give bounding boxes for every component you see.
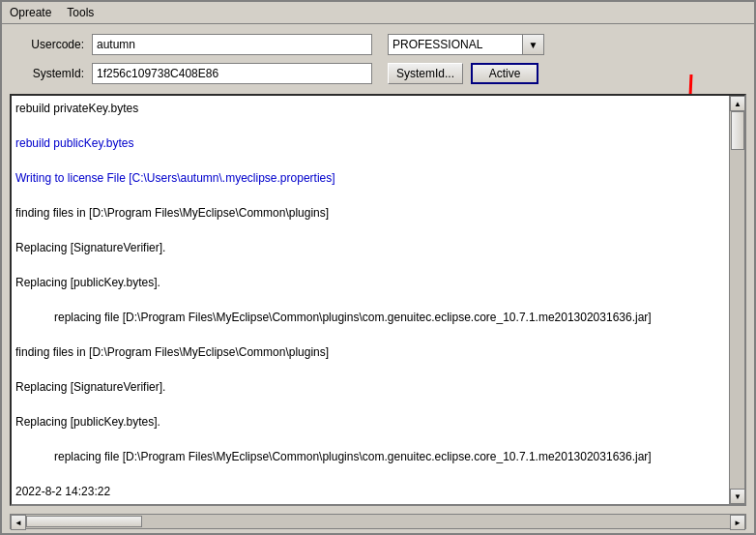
log-line: replacing file [D:\Program Files\MyEclip… bbox=[15, 309, 725, 326]
vertical-scrollbar[interactable]: ▲ ▼ bbox=[729, 96, 744, 504]
dropdown-container: PROFESSIONAL STANDARD ENTERPRISE ▼ bbox=[388, 34, 544, 55]
menu-tools[interactable]: Tools bbox=[63, 4, 98, 21]
horizontal-scrollbar[interactable]: ◄ ► bbox=[10, 514, 746, 529]
scroll-track[interactable] bbox=[730, 111, 744, 489]
usercode-input[interactable] bbox=[92, 34, 372, 55]
log-line: Replacing [SignatureVerifier]. bbox=[15, 378, 725, 396]
systemid-input[interactable] bbox=[92, 63, 372, 84]
log-line: rebuild privateKey.bytes bbox=[15, 100, 725, 117]
scroll-left-btn[interactable]: ◄ bbox=[11, 515, 26, 530]
log-line: 2022-8-2 14:23:22 bbox=[15, 483, 725, 500]
hscroll-thumb[interactable] bbox=[26, 516, 142, 527]
scroll-thumb[interactable] bbox=[731, 111, 744, 150]
scroll-up-btn[interactable]: ▲ bbox=[730, 96, 745, 111]
log-line: finding files in [D:\Program Files\MyEcl… bbox=[15, 343, 725, 361]
menubar: Opreate Tools bbox=[2, 2, 754, 24]
edition-dropdown[interactable]: PROFESSIONAL STANDARD ENTERPRISE bbox=[388, 34, 523, 55]
log-line: Replacing [publicKey.bytes]. bbox=[15, 274, 725, 291]
log-line: rebuild publicKey.bytes bbox=[15, 134, 725, 152]
dropdown-arrow-btn[interactable]: ▼ bbox=[523, 34, 544, 55]
main-window: Opreate Tools Usercode: PROFESSIONAL STA… bbox=[0, 0, 756, 535]
log-line: Replacing [SignatureVerifier]. bbox=[15, 239, 725, 256]
usercode-label: Usercode: bbox=[21, 38, 84, 51]
scroll-right-btn[interactable]: ► bbox=[730, 515, 745, 530]
systemid-button[interactable]: SystemId... bbox=[388, 63, 463, 84]
systemid-label: SystemId: bbox=[21, 67, 84, 80]
scroll-down-btn[interactable]: ▼ bbox=[730, 489, 745, 504]
log-line: Replacing [publicKey.bytes]. bbox=[15, 413, 725, 431]
log-area[interactable]: rebuild privateKey.bytes rebuild publicK… bbox=[12, 96, 729, 504]
log-line: replacing file [D:\Program Files\MyEclip… bbox=[15, 448, 725, 465]
systemid-row: SystemId: SystemId... Active bbox=[21, 63, 735, 84]
usercode-row: Usercode: PROFESSIONAL STANDARD ENTERPRI… bbox=[21, 34, 735, 55]
menu-opreate[interactable]: Opreate bbox=[6, 4, 55, 21]
hscroll-track[interactable] bbox=[26, 515, 730, 528]
log-line: finding files in [D:\Program Files\MyEcl… bbox=[15, 204, 725, 222]
log-line: Writing to license File [C:\Users\autumn… bbox=[15, 169, 725, 187]
log-area-container: rebuild privateKey.bytes rebuild publicK… bbox=[10, 94, 746, 506]
active-button[interactable]: Active bbox=[471, 63, 538, 84]
form-area: Usercode: PROFESSIONAL STANDARD ENTERPRI… bbox=[2, 24, 754, 94]
